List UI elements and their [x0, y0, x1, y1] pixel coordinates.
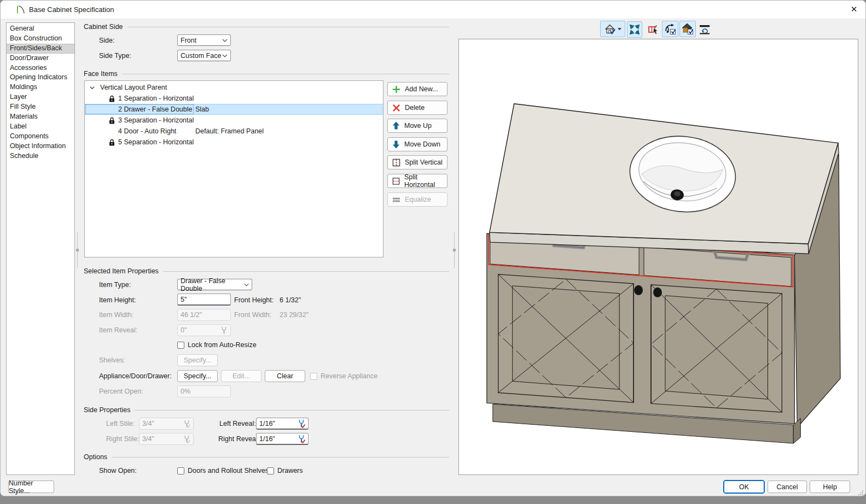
preview-pane[interactable] — [458, 39, 858, 475]
right-reveal-input[interactable]: 1/16" — [256, 433, 309, 445]
cabinet-side-header: Cabinet Side — [84, 23, 449, 31]
left-reveal-input[interactable]: 1/16" — [256, 418, 309, 430]
doors-rollout-shelves-label: Doors and Rollout Shelves — [188, 467, 269, 474]
expand-chevron-icon[interactable] — [89, 85, 95, 91]
red-x-icon — [392, 104, 400, 112]
item-type-label: Item Type: — [99, 281, 131, 289]
close-icon[interactable]: ✕ — [844, 2, 864, 17]
select-object-button[interactable] — [646, 21, 661, 38]
reverse-appliance-label: Reverse Appliance — [321, 372, 377, 380]
sidebar-item-box-construction[interactable]: Box Construction — [7, 34, 74, 44]
color-on-off-button[interactable] — [679, 21, 696, 37]
default-wrench-icon — [183, 435, 190, 443]
sidebar-item-accessories[interactable]: Accessories — [7, 63, 74, 73]
dropdown-arrow-icon[interactable] — [617, 27, 622, 31]
front-height-label: Front Height: — [234, 296, 274, 304]
category-sidebar: General Box Construction Front/Sides/Bac… — [6, 22, 75, 475]
orbit-check-icon — [664, 22, 677, 36]
drawers-checkbox[interactable] — [267, 467, 274, 474]
left-stile-input: 3/4" — [139, 418, 194, 430]
side-type-label: Side Type: — [99, 52, 131, 60]
sidebar-item-components[interactable]: Components — [7, 132, 74, 142]
percent-open-label: Percent Open: — [99, 388, 143, 395]
chevron-down-icon — [222, 54, 228, 57]
lock-from-auto-resize-checkbox[interactable] — [177, 342, 184, 349]
side-type-dropdown[interactable]: Custom Face — [177, 50, 231, 61]
tree-row-4[interactable]: 4 Door - Auto Right Default: Framed Pane… — [85, 126, 383, 137]
item-height-input[interactable]: 5" — [177, 294, 231, 306]
refresh-display-button[interactable] — [698, 24, 711, 36]
sidebar-item-fill-style[interactable]: Fill Style — [7, 102, 74, 112]
select-object-icon — [647, 24, 659, 36]
item-reveal-label: Item Reveal: — [99, 326, 137, 334]
tree-row-1[interactable]: 1 Separation - Horizontal — [85, 93, 383, 104]
lock-icon — [109, 95, 115, 102]
equalize-button[interactable]: Equalize — [387, 192, 447, 207]
shelves-label: Shelves: — [99, 356, 125, 364]
active-wrench-icon[interactable] — [298, 435, 305, 443]
right-stile-label: Right Stile: — [106, 435, 139, 443]
split-horizontal-button[interactable]: Split Horizontal — [387, 174, 447, 188]
appliance-edit-button: Edit... — [221, 370, 261, 382]
app-logo-icon — [16, 5, 25, 14]
tree-row-parent[interactable]: Vertical Layout Parent — [85, 82, 383, 93]
default-wrench-icon — [183, 420, 190, 428]
sidebar-item-front-sides-back[interactable]: Front/Sides/Back — [7, 44, 74, 54]
mouse-orbit-button[interactable] — [662, 21, 678, 37]
sidebar-item-materials[interactable]: Materials — [7, 112, 74, 122]
sidebar-item-schedule[interactable]: Schedule — [7, 151, 74, 161]
reverse-appliance-checkbox — [310, 373, 317, 380]
sidebar-item-object-information[interactable]: Object Information — [7, 142, 74, 151]
chevron-down-icon — [244, 283, 249, 286]
sidebar-item-moldings[interactable]: Moldings — [7, 83, 74, 92]
move-up-button[interactable]: Move Up — [387, 119, 447, 133]
dialog-title: Base Cabinet Specification — [29, 5, 114, 14]
item-type-dropdown[interactable]: Drawer - False Double — [177, 279, 252, 290]
face-items-header: Face Items — [84, 70, 449, 78]
percent-open-input: 0% — [177, 385, 231, 397]
tree-row-4-extra: Default: Framed Panel — [195, 127, 264, 135]
number-style-button[interactable]: Number Style... — [8, 480, 54, 493]
item-reveal-input: 0" — [177, 324, 231, 336]
lock-from-auto-resize-label: Lock from Auto-Resize — [188, 341, 257, 349]
tree-row-2-extra: Slab — [195, 106, 209, 113]
resize-grip[interactable] — [858, 490, 864, 495]
standard-views-button[interactable] — [600, 21, 625, 37]
house-check-icon — [604, 24, 617, 34]
sidebar-item-label[interactable]: Label — [7, 122, 74, 132]
delete-button[interactable]: Delete — [387, 101, 447, 115]
doors-rollout-shelves-checkbox[interactable] — [177, 467, 184, 474]
sidebar-item-door-drawer[interactable]: Door/Drawer — [7, 54, 74, 63]
lock-icon — [109, 117, 115, 124]
help-button[interactable]: Help — [810, 480, 850, 493]
sidebar-item-layer[interactable]: Layer — [7, 92, 74, 102]
appliance-specify-button[interactable]: Specify... — [177, 370, 218, 382]
refresh-icon — [699, 25, 710, 34]
front-width-value: 23 29/32" — [280, 311, 309, 319]
fill-window-button[interactable] — [627, 21, 642, 38]
add-new-button[interactable]: Add New... — [387, 82, 447, 96]
ok-button[interactable]: OK — [724, 480, 764, 493]
front-width-label: Front Width: — [234, 311, 271, 319]
tree-row-5[interactable]: 5 Separation - Horizontal — [85, 137, 383, 148]
color-house-check-icon — [681, 22, 694, 36]
left-stile-label: Left Stile: — [106, 420, 135, 427]
appliance-clear-button[interactable]: Clear — [265, 370, 305, 382]
tree-row-2-selected[interactable]: 2 Drawer - False Double Slab — [85, 104, 383, 115]
cancel-button[interactable]: Cancel — [768, 480, 807, 493]
front-height-value: 6 1/32" — [280, 296, 301, 304]
split-horizontal-icon — [392, 177, 400, 185]
split-vertical-button[interactable]: Split Vertical — [387, 155, 447, 169]
base-cabinet-specification-dialog: Base Cabinet Specification ✕ General Box… — [0, 0, 866, 496]
left-splitter-handle[interactable] — [77, 232, 78, 268]
move-down-button[interactable]: Move Down — [387, 137, 447, 151]
active-wrench-icon[interactable] — [298, 419, 305, 428]
split-vertical-icon — [392, 159, 400, 167]
tree-row-3[interactable]: 3 Separation - Horizontal — [85, 115, 383, 126]
side-dropdown[interactable]: Front — [177, 34, 231, 46]
sidebar-item-opening-indicators[interactable]: Opening Indicators — [7, 73, 74, 83]
sidebar-item-general[interactable]: General — [7, 24, 74, 34]
drawers-label: Drawers — [277, 467, 303, 474]
right-stile-input: 3/4" — [139, 433, 194, 445]
right-splitter-handle[interactable] — [454, 232, 455, 268]
